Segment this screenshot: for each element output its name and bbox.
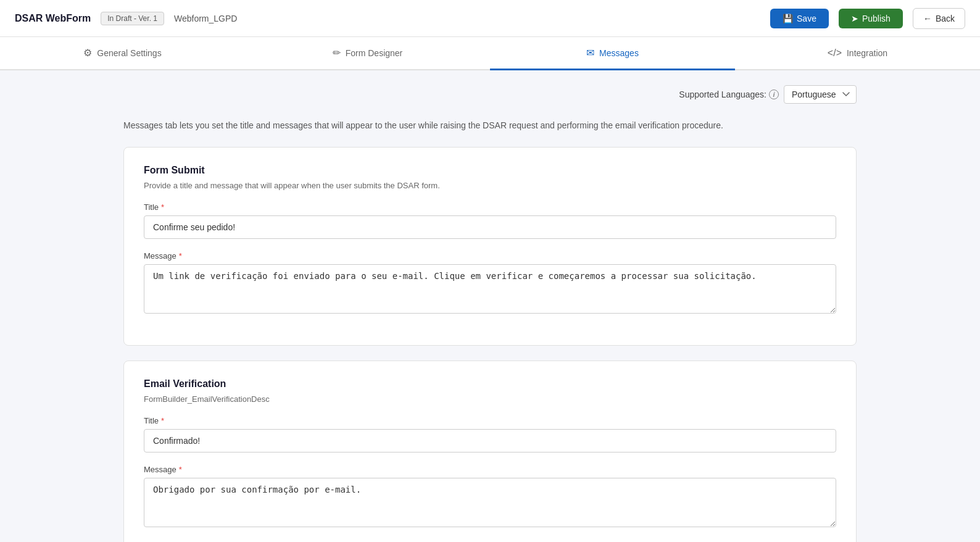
- form-submit-message-input[interactable]: Um link de verificação foi enviado para …: [144, 264, 836, 314]
- envelope-icon: ✉: [586, 47, 594, 59]
- tab-form-designer[interactable]: ✏ Form Designer: [245, 37, 490, 70]
- info-icon: i: [769, 90, 779, 99]
- email-verification-desc: FormBuilder_EmailVerificationDesc: [144, 394, 836, 404]
- form-submit-section: Form Submit Provide a title and message …: [123, 147, 857, 346]
- form-submit-desc: Provide a title and message that will ap…: [144, 181, 836, 190]
- page-description: Messages tab lets you set the title and …: [123, 119, 857, 132]
- tab-general-settings-label: General Settings: [97, 48, 161, 58]
- form-submit-title-field: Title *: [144, 202, 836, 239]
- tab-messages[interactable]: ✉ Messages: [490, 37, 735, 70]
- email-verification-section: Email Verification FormBuilder_EmailVeri…: [123, 361, 857, 542]
- brush-icon: ✏: [333, 47, 341, 59]
- language-row: Supported Languages: i Portuguese Englis…: [123, 85, 857, 104]
- app-title: DSAR WebForm: [15, 13, 91, 24]
- email-verification-message-label: Message *: [144, 465, 836, 474]
- supported-languages-label: Supported Languages: i: [679, 90, 779, 99]
- back-label: Back: [936, 14, 955, 23]
- required-star: *: [161, 202, 164, 212]
- save-icon: 💾: [783, 14, 793, 23]
- form-submit-message-label: Message *: [144, 251, 836, 261]
- save-button[interactable]: 💾 Save: [770, 9, 829, 28]
- webform-name: Webform_LGPD: [174, 14, 237, 23]
- draft-badge: In Draft - Ver. 1: [101, 12, 164, 25]
- header: DSAR WebForm In Draft - Ver. 1 Webform_L…: [0, 0, 980, 37]
- tab-form-designer-label: Form Designer: [346, 48, 403, 58]
- form-submit-title: Form Submit: [144, 165, 836, 176]
- tab-bar: ⚙ General Settings ✏ Form Designer ✉ Mes…: [0, 37, 980, 70]
- save-label: Save: [797, 14, 816, 23]
- back-arrow-icon: ←: [923, 14, 932, 23]
- code-icon: </>: [828, 48, 842, 59]
- publish-button[interactable]: ➤ Publish: [839, 9, 903, 28]
- settings-icon: ⚙: [83, 47, 92, 59]
- email-verification-title: Email Verification: [144, 378, 836, 390]
- publish-icon: ➤: [851, 14, 858, 23]
- tab-messages-label: Messages: [599, 48, 639, 58]
- required-star-ev-msg: *: [179, 465, 182, 474]
- required-star-msg: *: [179, 251, 182, 261]
- required-star-ev: *: [161, 416, 164, 425]
- back-button[interactable]: ← Back: [913, 8, 965, 29]
- email-verification-title-field: Title *: [144, 416, 836, 452]
- tab-integration[interactable]: </> Integration: [735, 37, 980, 70]
- form-submit-message-field: Message * Um link de verificação foi env…: [144, 251, 836, 315]
- language-select[interactable]: Portuguese English Spanish: [784, 85, 857, 104]
- email-verification-title-label: Title *: [144, 416, 836, 425]
- tab-general-settings[interactable]: ⚙ General Settings: [0, 37, 245, 70]
- main-content: Supported Languages: i Portuguese Englis…: [0, 70, 980, 542]
- publish-label: Publish: [862, 14, 891, 23]
- form-submit-title-input[interactable]: [144, 215, 836, 239]
- tab-integration-label: Integration: [847, 48, 887, 58]
- email-verification-message-field: Message * Obrigado por sua confirmação p…: [144, 465, 836, 529]
- email-verification-message-input[interactable]: Obrigado por sua confirmação por e-mail.: [144, 478, 836, 527]
- email-verification-title-input[interactable]: [144, 429, 836, 452]
- form-submit-title-label: Title *: [144, 202, 836, 212]
